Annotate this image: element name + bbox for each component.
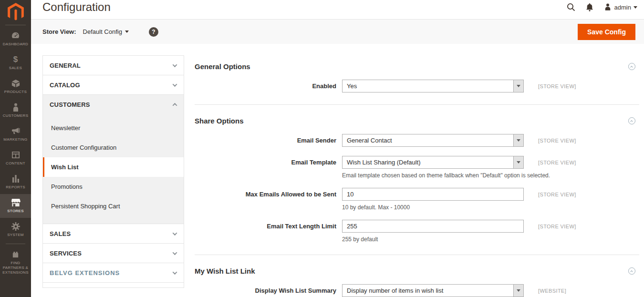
field-row-email-sender: Email Sender General Contact [STORE VIEW…: [195, 134, 639, 147]
section-my-wish-list-link-head: My Wish List Link: [195, 267, 639, 275]
caret-down-icon: [125, 31, 129, 33]
section-divider: [195, 255, 639, 255]
field-label: Email Sender: [195, 134, 336, 144]
sidebar-item-label: MARKETING: [3, 137, 27, 142]
save-config-button[interactable]: Save Config: [578, 24, 635, 40]
email-text-length-input[interactable]: [342, 220, 524, 233]
nav-subitem-persistent-shopping-cart[interactable]: Persistent Shopping Cart: [43, 196, 184, 216]
field-label: Display Wish List Summary: [195, 284, 336, 294]
chevron-down-icon: [173, 250, 177, 255]
sidebar-item-label: PRODUCTS: [4, 90, 27, 94]
sidebar-item-system[interactable]: SYSTEM: [0, 218, 31, 242]
admin-account-menu[interactable]: admin: [604, 3, 637, 11]
sidebar-divider: [5, 25, 26, 25]
collapse-icon[interactable]: [628, 63, 635, 70]
nav-section-label: GENERAL: [50, 62, 81, 69]
nav-section-sales: SALES: [42, 224, 184, 244]
scope-label: [STORE VIEW]: [538, 134, 576, 143]
select-caret-button[interactable]: [513, 134, 523, 146]
field-label: Enabled: [195, 80, 336, 90]
section-title: My Wish List Link: [195, 267, 255, 275]
enabled-select[interactable]: Yes: [342, 80, 524, 92]
section-general-options-head: General Options: [195, 62, 639, 71]
nav-subitem-wish-list[interactable]: Wish List: [43, 157, 184, 177]
nav-subitem-promotions[interactable]: Promotions: [43, 177, 184, 196]
sidebar-item-label: SALES: [9, 66, 22, 71]
collapse-icon[interactable]: [628, 117, 635, 124]
display-wishlist-summary-select[interactable]: Display number of items in wish list: [342, 284, 524, 297]
select-caret-button[interactable]: [513, 285, 523, 297]
sidebar-item-reports[interactable]: REPORTS: [0, 170, 31, 194]
nav-header-services[interactable]: SERVICES: [43, 244, 184, 263]
magento-logo-icon: [8, 3, 24, 21]
collapse-icon[interactable]: [628, 267, 635, 275]
store-view-toolbar: Store View: Default Config Save Config: [31, 19, 644, 44]
sidebar-item-dashboard[interactable]: DASHBOARD: [0, 27, 31, 51]
field-row-display-wishlist-summary: Display Wish List Summary Display number…: [195, 284, 639, 297]
select-caret-button[interactable]: [513, 156, 523, 168]
bar-chart-icon: [12, 174, 20, 183]
notifications-bell-icon[interactable]: [586, 3, 593, 11]
sidebar-item-customers[interactable]: CUSTOMERS: [0, 99, 31, 123]
sidebar-item-stores[interactable]: STORES: [0, 194, 31, 218]
nav-section-partial: [42, 282, 184, 288]
email-template-select[interactable]: Wish List Sharing (Default): [342, 156, 524, 169]
caret-down-icon: [634, 6, 637, 9]
help-icon[interactable]: [149, 27, 158, 37]
sidebar-item-label: CUSTOMERS: [3, 113, 29, 118]
dashboard-gauge-icon: [11, 31, 20, 40]
email-sender-select[interactable]: General Contact: [342, 134, 524, 147]
search-icon[interactable]: [567, 3, 575, 11]
chevron-up-icon: [173, 102, 177, 107]
chevron-down-icon: [173, 231, 177, 236]
scope-label: [STORE VIEW]: [538, 220, 576, 229]
admin-sidebar: DASHBOARD SALES PRODUCTS CUSTOMERS MARKE…: [0, 0, 31, 297]
nav-header-sales[interactable]: SALES: [43, 224, 184, 243]
max-emails-input[interactable]: [342, 188, 524, 201]
sidebar-item-label: FIND PARTNERS & EXTENSIONS: [1, 261, 30, 275]
magento-logo[interactable]: [0, 0, 31, 24]
caret-down-icon: [517, 161, 520, 164]
megaphone-icon: [11, 126, 20, 135]
scope-label: [STORE VIEW]: [538, 156, 576, 165]
nav-section-label: BELVG EXTENSIONS: [50, 269, 120, 277]
scope-label: [WEBSITE]: [538, 284, 566, 294]
customers-subnav: Newsletter Customer Configuration Wish L…: [43, 114, 184, 224]
nav-section-belvg-extensions: BELVG EXTENSIONS: [42, 263, 184, 283]
sidebar-item-label: DASHBOARD: [3, 42, 28, 47]
nav-header-general[interactable]: GENERAL: [43, 56, 184, 75]
sidebar-item-find-partners[interactable]: FIND PARTNERS & EXTENSIONS: [0, 246, 31, 279]
select-caret-button[interactable]: [513, 80, 523, 92]
nav-header-catalog[interactable]: CATALOG: [43, 75, 184, 94]
dollar-icon: [13, 55, 18, 64]
caret-down-icon: [517, 289, 520, 292]
page-header: Configuration admin: [31, 0, 644, 19]
caret-down-icon: [517, 139, 520, 142]
sidebar-item-sales[interactable]: SALES: [0, 51, 31, 75]
sidebar-item-content[interactable]: CONTENT: [0, 146, 31, 170]
sidebar-item-products[interactable]: PRODUCTS: [0, 75, 31, 99]
scope-label: [STORE VIEW]: [538, 188, 576, 197]
field-row-max-emails: Max Emails Allowed to be Sent 10 by defa…: [195, 188, 639, 211]
chevron-down-icon: [173, 82, 177, 87]
nav-subitem-newsletter[interactable]: Newsletter: [43, 118, 184, 138]
box-icon: [11, 79, 20, 88]
nav-header-belvg-extensions[interactable]: BELVG EXTENSIONS: [43, 263, 184, 282]
main-area: Configuration admin Store View: Default …: [31, 0, 644, 297]
content: GENERAL CATALOG CUSTOMERS: [31, 44, 644, 297]
nav-section-general: GENERAL: [42, 55, 184, 75]
nav-section-services: SERVICES: [42, 243, 184, 263]
select-value: General Contact: [347, 137, 392, 144]
nav-section-label: SERVICES: [50, 250, 82, 257]
nav-subitem-customer-configuration[interactable]: Customer Configuration: [43, 138, 184, 157]
nav-header-customers[interactable]: CUSTOMERS: [43, 95, 184, 114]
field-label: Max Emails Allowed to be Sent: [195, 188, 336, 198]
magento-admin-app: DASHBOARD SALES PRODUCTS CUSTOMERS MARKE…: [0, 0, 644, 297]
select-value: Yes: [347, 82, 357, 90]
store-view-selector[interactable]: Default Config: [83, 28, 129, 35]
nav-section-label: CATALOG: [50, 82, 80, 89]
field-note: Email template chosen based on theme fal…: [342, 172, 524, 179]
sidebar-item-marketing[interactable]: MARKETING: [0, 123, 31, 146]
sidebar-divider: [6, 244, 25, 244]
chevron-down-icon: [173, 270, 177, 275]
